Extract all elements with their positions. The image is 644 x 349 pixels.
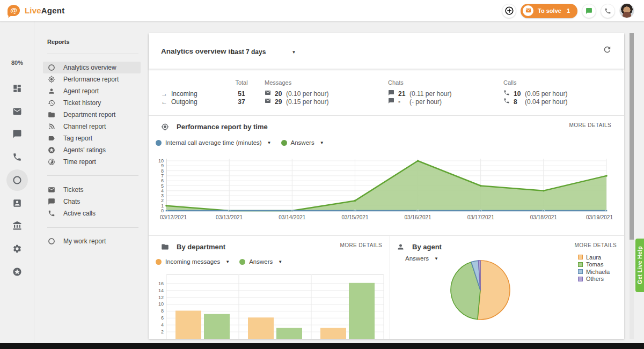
sidebar-divider <box>47 54 138 54</box>
total-column: Total 51 37 <box>225 79 258 106</box>
chats-header: Chats <box>388 79 452 90</box>
chevron-down-icon: ▼ <box>291 50 296 55</box>
get-live-help-tab[interactable]: Get Live Help <box>635 239 644 292</box>
settings-icon[interactable] <box>12 244 22 254</box>
to-solve-label: To solve <box>538 8 561 14</box>
sidebar-item-ticket-history[interactable]: Ticket history <box>43 97 141 109</box>
svg-text:16: 16 <box>158 281 164 286</box>
scrollbar-thumb[interactable] <box>630 33 634 240</box>
series-selector-answers[interactable]: Answers ▼ <box>239 258 282 265</box>
svg-text:10: 10 <box>158 158 164 164</box>
series-dot <box>281 140 287 146</box>
svg-text:3: 3 <box>161 193 164 198</box>
series-selector-incoming-messages[interactable]: Incoming messages ▼ <box>156 258 230 265</box>
series-selector-answers[interactable]: Answers ▼ <box>281 139 324 146</box>
svg-text:2: 2 <box>161 198 164 203</box>
user-avatar[interactable] <box>619 3 634 18</box>
page-title: Analytics overview in <box>161 47 235 55</box>
svg-text:03/13/2021: 03/13/2021 <box>216 214 243 220</box>
performance-section-title: Performance report by time <box>177 123 268 131</box>
mail-icon <box>265 90 271 98</box>
sidebar-item-time-report[interactable]: Time report <box>43 156 141 168</box>
to-solve-count: 1 <box>567 8 570 14</box>
dashboard-icon[interactable] <box>12 84 22 93</box>
svg-text:5: 5 <box>161 183 164 189</box>
svg-text:0: 0 <box>161 208 164 213</box>
sidebar-item-tag-report[interactable]: Tag report <box>43 132 141 144</box>
svg-text:03/18/2021: 03/18/2021 <box>530 214 557 220</box>
bottom-panels: By department MORE DETAILS Incoming mess… <box>149 236 624 339</box>
bottom-black-bar <box>0 343 644 349</box>
person-icon <box>397 243 405 251</box>
svg-text:03/15/2021: 03/15/2021 <box>341 214 368 220</box>
outgoing-total: 37 <box>238 98 245 106</box>
chats-icon[interactable] <box>12 129 22 139</box>
plus-circle-icon <box>504 6 514 16</box>
reports-sidebar: Reports Analytics overview Performance r… <box>35 21 149 343</box>
series-selector-internal-call[interactable]: Internal call average time (minutes) ▼ <box>156 139 272 146</box>
arrow-left-icon: ← <box>161 98 167 106</box>
agent-metric-select[interactable]: Answers ▼ <box>405 255 438 262</box>
sidebar-item-agents-ratings[interactable]: Agents' ratings <box>43 144 141 156</box>
topbar-actions: To solve 1 <box>502 0 644 21</box>
chat-icon <box>586 8 592 14</box>
ratings-icon[interactable] <box>12 267 22 277</box>
more-details-link[interactable]: MORE DETAILS <box>569 122 611 128</box>
legend-swatch <box>578 277 583 281</box>
sidebar-item-active-calls[interactable]: Active calls <box>43 207 141 219</box>
sidebar-item-department-report[interactable]: Department report <box>43 109 141 121</box>
calls-icon[interactable] <box>12 152 22 162</box>
svg-text:4: 4 <box>161 322 164 328</box>
sidebar-item-analytics-overview[interactable]: Analytics overview <box>43 62 141 73</box>
to-solve-button[interactable]: To solve 1 <box>521 4 577 18</box>
department-section-title: By department <box>177 243 225 251</box>
sidebar-item-channel-report[interactable]: Channel report <box>43 121 141 132</box>
chats-button[interactable] <box>582 4 596 18</box>
legend-item-michaela: Michaela <box>578 268 610 276</box>
svg-text:10: 10 <box>158 301 164 307</box>
sidebar-item-performance-report[interactable]: Performance report <box>43 73 141 85</box>
svg-text:2: 2 <box>161 329 164 335</box>
total-header: Total <box>225 79 258 90</box>
more-details-link[interactable]: MORE DETAILS <box>340 242 382 248</box>
reports-icon[interactable] <box>12 175 22 185</box>
date-range-value: Last 7 days <box>231 48 266 56</box>
svg-text:9: 9 <box>161 163 164 168</box>
sidebar-item-tickets[interactable]: Tickets <box>43 184 141 196</box>
analytics-overview-card: Analytics overview in Last 7 days ▼ →Inc… <box>149 33 624 339</box>
legend-swatch <box>578 269 583 274</box>
chat-icon <box>48 198 55 205</box>
by-department-section: By department MORE DETAILS Incoming mess… <box>149 236 390 339</box>
outgoing-label: Outgoing <box>171 98 197 106</box>
liveagent-logo[interactable]: @ LiveAgent <box>8 5 64 16</box>
sidebar-item-agent-report[interactable]: Agent report <box>43 85 141 97</box>
more-details-link[interactable]: MORE DETAILS <box>574 242 617 248</box>
timelapse-icon <box>48 158 55 166</box>
sidebar-item-my-work-report[interactable]: My work report <box>43 235 141 247</box>
sidebar-divider <box>47 227 138 228</box>
by-agent-section: By agent MORE DETAILS Answers ▼ Laura To… <box>390 236 624 339</box>
phone-icon <box>48 210 55 217</box>
refresh-icon[interactable] <box>603 45 614 57</box>
history-icon <box>48 99 55 107</box>
series-dot <box>156 259 162 265</box>
sidebar-item-chats[interactable]: Chats <box>43 196 141 207</box>
organization-icon[interactable] <box>12 221 22 231</box>
calls-column: Calls 10(0.05 per hour) 8(0.04 per hour) <box>503 79 567 106</box>
chat-icon <box>388 90 394 98</box>
rss-icon <box>48 123 55 130</box>
add-button[interactable] <box>502 4 516 18</box>
svg-text:6: 6 <box>161 315 164 321</box>
phone-icon <box>503 90 510 98</box>
messages-column: Messages 20(0.10 per hour) 29(0.15 per h… <box>265 79 328 106</box>
svg-text:8: 8 <box>161 308 164 314</box>
circle-icon <box>48 64 55 71</box>
contacts-icon[interactable] <box>12 198 22 208</box>
date-range-select[interactable]: Last 7 days ▼ <box>231 48 296 56</box>
person-icon <box>48 87 55 95</box>
calls-button[interactable] <box>601 4 615 18</box>
sidebar-title: Reports <box>47 39 70 45</box>
tickets-icon[interactable] <box>12 107 22 116</box>
svg-text:03/16/2021: 03/16/2021 <box>405 214 431 220</box>
svg-text:14: 14 <box>158 288 164 293</box>
